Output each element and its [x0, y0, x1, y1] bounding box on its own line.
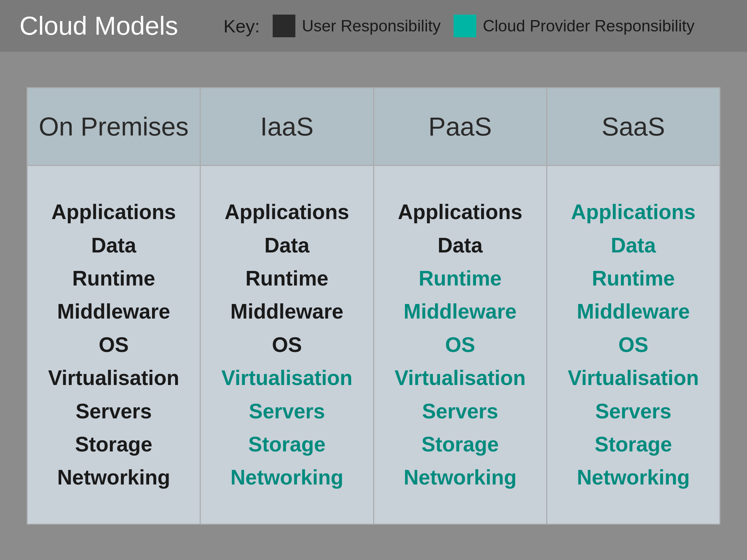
user-responsibility-key: User Responsibility [273, 15, 441, 37]
item-on-premises-virtualisation: Virtualisation [48, 361, 179, 394]
item-iaas-networking: Networking [231, 461, 343, 494]
column-iaas: IaaSApplicationsDataRuntimeMiddlewareOSV… [201, 88, 374, 524]
item-paas-networking: Networking [404, 461, 516, 494]
column-body-paas: ApplicationsDataRuntimeMiddlewareOSVirtu… [374, 166, 546, 524]
page-header: Cloud Models Key: User Responsibility Cl… [0, 0, 747, 52]
item-on-premises-servers: Servers [76, 395, 152, 428]
item-on-premises-networking: Networking [57, 461, 170, 494]
item-iaas-runtime: Runtime [246, 262, 329, 295]
column-header-text-paas: PaaS [428, 112, 492, 142]
column-body-iaas: ApplicationsDataRuntimeMiddlewareOSVirtu… [201, 166, 373, 524]
item-iaas-storage: Storage [248, 428, 326, 461]
item-iaas-virtualisation: Virtualisation [222, 361, 353, 394]
user-responsibility-swatch [273, 15, 295, 37]
item-on-premises-applications: Applications [52, 195, 176, 229]
key-label: Key: [223, 16, 260, 36]
column-header-text-on-premises: On Premises [38, 112, 188, 142]
item-on-premises-runtime: Runtime [72, 262, 155, 295]
item-paas-storage: Storage [421, 428, 499, 461]
item-on-premises-middleware: Middleware [57, 295, 170, 328]
provider-responsibility-swatch [454, 15, 476, 37]
column-body-on-premises: ApplicationsDataRuntimeMiddlewareOSVirtu… [28, 166, 200, 524]
item-saas-virtualisation: Virtualisation [568, 361, 699, 394]
page-title: Cloud Models [20, 11, 178, 41]
item-paas-virtualisation: Virtualisation [394, 361, 525, 394]
item-paas-runtime: Runtime [418, 262, 501, 295]
column-header-iaas: IaaS [201, 88, 373, 166]
item-iaas-os: OS [272, 328, 302, 361]
item-iaas-middleware: Middleware [231, 295, 344, 328]
item-on-premises-os: OS [99, 328, 128, 361]
item-on-premises-storage: Storage [75, 428, 152, 461]
column-paas: PaaSApplicationsDataRuntimeMiddlewareOSV… [374, 88, 547, 524]
item-paas-servers: Servers [422, 395, 498, 428]
user-responsibility-label: User Responsibility [302, 17, 441, 35]
column-header-text-saas: SaaS [602, 112, 665, 142]
item-saas-data: Data [611, 229, 656, 262]
item-iaas-servers: Servers [249, 395, 325, 428]
provider-responsibility-label: Cloud Provider Responsibility [483, 17, 694, 35]
item-saas-servers: Servers [595, 395, 671, 428]
item-saas-networking: Networking [577, 461, 690, 494]
item-saas-storage: Storage [595, 428, 672, 461]
column-header-text-iaas: IaaS [260, 112, 314, 142]
column-header-paas: PaaS [374, 88, 546, 166]
cloud-models-table: On PremisesApplicationsDataRuntimeMiddle… [27, 87, 720, 525]
item-saas-middleware: Middleware [577, 295, 690, 328]
item-paas-os: OS [445, 328, 475, 361]
item-saas-applications: Applications [571, 195, 695, 229]
column-header-on-premises: On Premises [28, 88, 200, 166]
item-on-premises-data: Data [91, 229, 136, 262]
item-iaas-applications: Applications [225, 195, 349, 229]
legend: Key: User Responsibility Cloud Provider … [223, 15, 694, 37]
item-saas-os: OS [618, 328, 648, 361]
column-header-saas: SaaS [547, 88, 719, 166]
column-body-saas: ApplicationsDataRuntimeMiddlewareOSVirtu… [547, 166, 719, 524]
item-saas-runtime: Runtime [592, 262, 675, 295]
item-paas-middleware: Middleware [404, 295, 517, 328]
item-paas-applications: Applications [398, 195, 522, 229]
item-paas-data: Data [438, 229, 483, 262]
column-on-premises: On PremisesApplicationsDataRuntimeMiddle… [28, 88, 201, 524]
item-iaas-data: Data [264, 229, 310, 262]
column-saas: SaaSApplicationsDataRuntimeMiddlewareOSV… [547, 88, 719, 524]
main-content: On PremisesApplicationsDataRuntimeMiddle… [0, 52, 747, 560]
provider-responsibility-key: Cloud Provider Responsibility [454, 15, 694, 37]
